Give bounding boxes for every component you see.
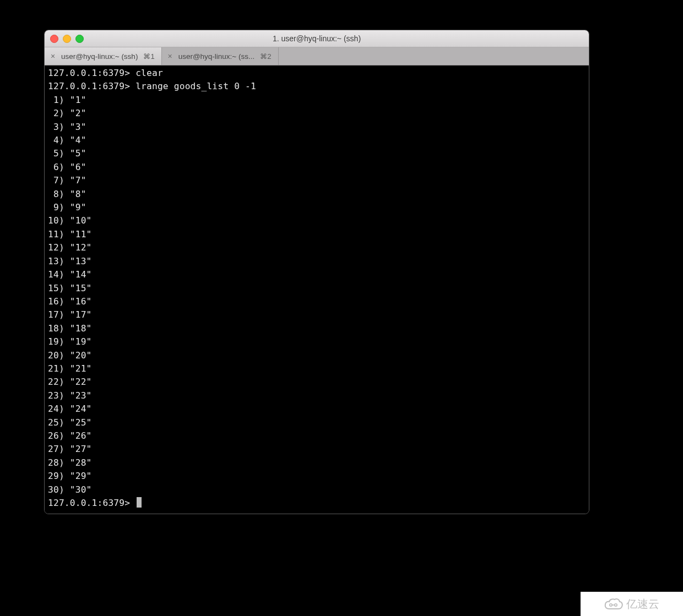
terminal-line: 4) "4" [48,134,586,147]
terminal-line: 29) "29" [48,470,586,483]
titlebar: 1. user@hyq-linux:~ (ssh) [45,30,589,47]
tab-label: user@hyq-linux:~ (ssh) [61,52,138,61]
terminal-line: 16) "16" [48,295,586,308]
terminal-line: 26) "26" [48,429,586,443]
terminal-line: 127.0.0.1:6379> lrange goods_list 0 -1 [48,80,586,93]
terminal-line: 21) "21" [48,362,586,375]
terminal-line: 14) "14" [48,268,586,281]
minimize-icon[interactable] [63,35,71,43]
terminal-line: 2) "2" [48,107,586,120]
tab-session-2[interactable]: × user@hyq-linux:~ (ss... ⌘2 [162,47,279,65]
watermark-text: 亿速云 [626,597,659,612]
svg-point-0 [610,604,612,606]
close-tab-icon[interactable]: × [49,52,57,61]
terminal-line: 6) "6" [48,161,586,174]
traffic-lights [50,35,84,43]
terminal-prompt-line: 127.0.0.1:6379> [48,497,586,510]
terminal-line: 20) "20" [48,349,586,362]
terminal-line: 17) "17" [48,308,586,321]
terminal-output[interactable]: 127.0.0.1:6379> clear127.0.0.1:6379> lra… [45,66,589,514]
terminal-line: 13) "13" [48,255,586,268]
tab-label: user@hyq-linux:~ (ss... [178,52,255,61]
terminal-window: 1. user@hyq-linux:~ (ssh) × user@hyq-lin… [44,30,589,514]
terminal-line: 127.0.0.1:6379> clear [48,67,586,80]
terminal-line: 8) "8" [48,188,586,201]
terminal-line: 10) "10" [48,214,586,227]
terminal-line: 30) "30" [48,483,586,497]
window-title: 1. user@hyq-linux:~ (ssh) [45,34,589,43]
terminal-line: 27) "27" [48,443,586,456]
terminal-line: 25) "25" [48,416,586,429]
close-icon[interactable] [50,35,58,43]
close-tab-icon[interactable]: × [166,52,174,61]
tab-shortcut: ⌘1 [143,52,154,61]
tab-session-1[interactable]: × user@hyq-linux:~ (ssh) ⌘1 [45,47,162,65]
terminal-line: 5) "5" [48,147,586,160]
cloud-icon [604,598,623,610]
terminal-line: 1) "1" [48,94,586,107]
terminal-line: 22) "22" [48,375,586,389]
watermark: 亿速云 [581,592,683,616]
tab-bar: × user@hyq-linux:~ (ssh) ⌘1 × user@hyq-l… [45,47,589,66]
zoom-icon[interactable] [75,35,84,43]
cursor-icon [137,497,142,508]
terminal-line: 19) "19" [48,335,586,348]
terminal-line: 28) "28" [48,456,586,470]
tab-shortcut: ⌘2 [260,52,271,61]
terminal-line: 7) "7" [48,174,586,187]
terminal-line: 24) "24" [48,402,586,416]
terminal-line: 18) "18" [48,322,586,335]
terminal-line: 12) "12" [48,241,586,254]
terminal-line: 23) "23" [48,389,586,402]
terminal-line: 11) "11" [48,228,586,241]
terminal-line: 3) "3" [48,121,586,134]
svg-point-1 [615,604,617,606]
terminal-line: 9) "9" [48,201,586,214]
terminal-line: 15) "15" [48,282,586,295]
